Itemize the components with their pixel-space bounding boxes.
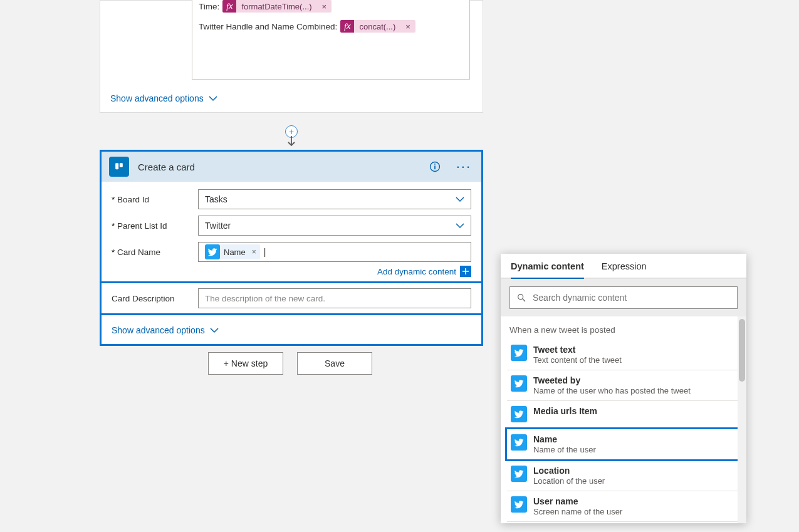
twitter-icon: [511, 466, 527, 482]
card-name-label: Card Name: [112, 248, 198, 257]
create-a-card-step: Create a card ··· Board Id Tasks Parent …: [100, 150, 483, 346]
svg-point-6: [518, 295, 523, 300]
dynamic-content-item[interactable]: Tweeted byName of the user who has poste…: [507, 370, 740, 401]
add-dynamic-content-link[interactable]: Add dynamic content: [377, 267, 456, 276]
chevron-down-icon: [210, 327, 219, 333]
dynamic-content-search[interactable]: [509, 286, 738, 309]
chevron-down-icon: [456, 196, 464, 202]
dc-item-desc: Screen name of the user: [533, 507, 622, 516]
remove-token-icon[interactable]: ×: [248, 248, 260, 256]
step-header[interactable]: Create a card ···: [102, 152, 481, 182]
dynamic-content-item[interactable]: Tweet textText content of the tweet: [507, 340, 740, 370]
new-step-button[interactable]: + New step: [208, 352, 283, 375]
dc-item-title: Media urls Item: [533, 406, 597, 416]
dynamic-content-group-header: When a new tweet is posted: [501, 316, 746, 340]
card-description-highlight: Card Description The description of the …: [100, 281, 483, 315]
step-title: Create a card: [138, 162, 416, 172]
dc-item-desc: Name of the user who has posted the twee…: [533, 386, 691, 395]
dc-item-desc: Location of the user: [533, 476, 605, 486]
svg-rect-5: [434, 164, 436, 165]
bottom-actions: + New step Save: [208, 352, 372, 375]
svg-rect-4: [434, 165, 436, 169]
svg-line-7: [523, 299, 525, 301]
tab-dynamic-content[interactable]: Dynamic content: [511, 261, 584, 279]
dynamic-token-name[interactable]: Name ×: [205, 244, 260, 259]
add-dynamic-content-button[interactable]: [460, 266, 471, 277]
dynamic-content-item[interactable]: Description: [507, 522, 740, 523]
dc-item-title: Name: [533, 434, 596, 444]
board-id-row: Board Id Tasks: [112, 189, 471, 209]
compose-text-input[interactable]: Time: fx formatDateTime(...) × Twitter H…: [192, 0, 470, 80]
compose-step-card: Time: fx formatDateTime(...) × Twitter H…: [100, 0, 483, 113]
text-caret: |: [264, 247, 266, 257]
show-advanced-options-link[interactable]: Show advanced options: [100, 85, 483, 112]
card-name-input[interactable]: Name × |: [198, 242, 471, 262]
dc-item-title: Tweet text: [533, 345, 622, 355]
parent-list-id-label: Parent List Id: [112, 221, 198, 231]
dynamic-content-item[interactable]: User nameScreen name of the user: [507, 491, 740, 522]
remove-token-icon[interactable]: ×: [400, 22, 415, 31]
dynamic-content-item[interactable]: Media urls Item: [507, 401, 740, 428]
scrollbar-track[interactable]: [738, 316, 746, 523]
board-id-select[interactable]: Tasks: [198, 189, 471, 209]
board-id-label: Board Id: [112, 195, 198, 204]
info-icon[interactable]: [425, 160, 445, 173]
dynamic-content-flyout: Dynamic content Expression When a new tw…: [501, 254, 746, 523]
card-description-input[interactable]: The description of the new card.: [198, 288, 471, 308]
dc-item-title: User name: [533, 496, 622, 506]
dc-item-desc: Text content of the tweet: [533, 355, 622, 365]
twitter-icon: [511, 496, 527, 513]
twitter-icon: [205, 244, 220, 259]
remove-token-icon[interactable]: ×: [317, 2, 332, 11]
parent-list-id-select[interactable]: Twitter: [198, 216, 471, 236]
time-label: Time:: [199, 2, 219, 11]
twitter-combined-label: Twitter Handle and Name Combined:: [199, 22, 337, 31]
save-button[interactable]: Save: [297, 352, 372, 375]
card-name-row: Card Name Name × |: [112, 242, 471, 262]
svg-rect-2: [120, 163, 123, 167]
svg-rect-1: [115, 163, 118, 169]
fx-badge: fx: [222, 0, 236, 13]
arrow-down-icon: [287, 136, 296, 147]
chevron-down-icon: [456, 222, 464, 229]
tab-expression[interactable]: Expression: [602, 261, 647, 278]
trello-icon: [109, 157, 129, 177]
twitter-icon: [511, 375, 527, 392]
twitter-icon: [511, 345, 527, 361]
fx-badge: fx: [340, 20, 354, 33]
twitter-icon: [511, 434, 527, 451]
card-description-label: Card Description: [112, 294, 198, 303]
step-connector: +: [285, 125, 298, 150]
expression-token-formatdatetime[interactable]: fx formatDateTime(...) ×: [222, 0, 332, 13]
parent-list-id-row: Parent List Id Twitter: [112, 216, 471, 236]
search-icon: [516, 293, 526, 303]
twitter-icon: [511, 406, 527, 422]
dc-item-title: Tweeted by: [533, 375, 691, 385]
chevron-down-icon: [209, 95, 217, 102]
scrollbar-thumb[interactable]: [739, 319, 745, 382]
dc-item-title: Location: [533, 466, 605, 476]
more-options-icon[interactable]: ···: [454, 160, 474, 174]
search-input[interactable]: [533, 293, 731, 303]
dc-item-desc: Name of the user: [533, 445, 596, 454]
show-advanced-options-link[interactable]: Show advanced options: [112, 319, 471, 343]
dynamic-content-item[interactable]: NameName of the user: [505, 427, 742, 461]
dynamic-content-item[interactable]: LocationLocation of the user: [507, 461, 740, 491]
expression-token-concat[interactable]: fx concat(...) ×: [340, 20, 415, 33]
